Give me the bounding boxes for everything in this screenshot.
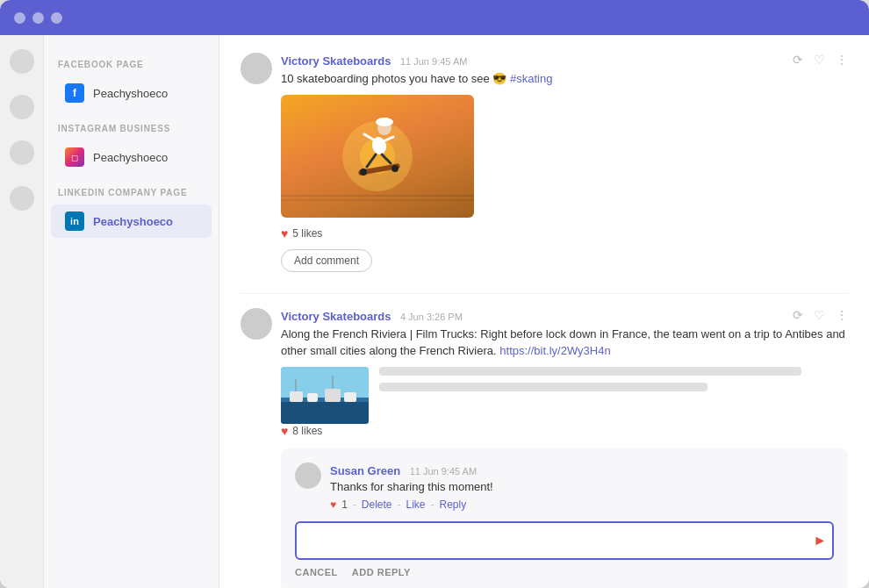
post-time-1: 11 Jun 9:45 AM xyxy=(400,56,467,67)
sidebar-section-facebook: Facebook Page xyxy=(44,60,219,76)
retweet-icon-2[interactable]: ⟳ xyxy=(793,308,803,322)
post-actions-top-1: ⟳ ♡ ⋮ xyxy=(793,53,848,67)
rail-icon-1[interactable] xyxy=(10,49,34,74)
svg-point-13 xyxy=(391,165,399,172)
cancel-button[interactable]: CANCEL xyxy=(295,567,338,577)
comment-delete-link[interactable]: Delete xyxy=(362,498,392,511)
post-card-1: Victory Skateboards 11 Jun 9:45 AM 10 sk… xyxy=(241,53,848,272)
main-content: Victory Skateboards 11 Jun 9:45 AM 10 sk… xyxy=(219,35,869,588)
post-header-1: Victory Skateboards 11 Jun 9:45 AM 10 sk… xyxy=(241,53,848,88)
traffic-light-close[interactable] xyxy=(14,12,25,24)
sidebar-item-label-ig: Peachyshoeco xyxy=(93,151,168,164)
comment-likes-count: 1 xyxy=(341,498,348,511)
traffic-light-minimize[interactable] xyxy=(32,12,44,24)
comment-meta: Susan Green 11 Jun 9:45 AM Thanks for sh… xyxy=(330,463,493,511)
post-author-2: Victory Skateboards xyxy=(281,310,391,323)
post-likes-2: ♥ 8 likes xyxy=(281,424,848,438)
reply-input[interactable] xyxy=(295,521,834,560)
skater-svg xyxy=(281,95,474,218)
comment-avatar xyxy=(295,463,321,489)
comment-author: Susan Green xyxy=(330,464,400,477)
like-icon-1[interactable]: ♡ xyxy=(814,53,825,67)
post-text-2: Along the French Riviera | Film Trucks: … xyxy=(281,326,848,360)
retweet-icon-1[interactable]: ⟳ xyxy=(793,53,803,67)
text-line-1 xyxy=(379,367,801,376)
post-card-2: Victory Skateboards 4 Jun 3:26 PM Along … xyxy=(241,308,848,589)
sidebar-section-instagram: Instagram Business xyxy=(44,124,219,140)
sidebar-item-li-peachyshoeco[interactable]: in Peachyshoeco xyxy=(51,204,212,238)
post-header-2: Victory Skateboards 4 Jun 3:26 PM Along … xyxy=(241,308,848,360)
svg-point-6 xyxy=(376,118,393,126)
sidebar-item-label-li: Peachyshoeco xyxy=(93,215,173,228)
text-line-2 xyxy=(379,383,707,391)
svg-rect-18 xyxy=(307,393,318,402)
send-arrow-icon[interactable]: ► xyxy=(813,533,827,549)
comment-text: Thanks for sharing this moment! xyxy=(330,480,493,493)
heart-icon-2: ♥ xyxy=(281,424,288,438)
comment-header: Susan Green 11 Jun 9:45 AM Thanks for sh… xyxy=(295,463,834,511)
likes-count-2: 8 likes xyxy=(292,425,322,437)
comment-heart-icon: ♥ xyxy=(330,498,336,511)
sidebar: Facebook Page f Peachyshoeco Instagram B… xyxy=(44,35,219,588)
rail-icon-3[interactable] xyxy=(10,140,34,165)
svg-rect-17 xyxy=(290,391,303,402)
post-image-container-1 xyxy=(281,95,848,218)
marina-svg xyxy=(281,367,369,424)
more-icon-2[interactable]: ⋮ xyxy=(836,308,848,322)
instagram-icon: ◻ xyxy=(65,147,84,167)
post-hashtag-1[interactable]: #skating xyxy=(510,72,552,85)
traffic-lights xyxy=(14,12,62,24)
titlebar xyxy=(0,0,869,35)
linkedin-icon: in xyxy=(65,212,84,231)
divider-1 xyxy=(241,293,848,294)
svg-rect-16 xyxy=(281,402,369,424)
svg-rect-19 xyxy=(325,389,341,402)
post-link-2[interactable]: https://bit.ly/2Wy3H4n xyxy=(499,344,610,357)
sidebar-item-fb-peachyshoeco[interactable]: f Peachyshoeco xyxy=(51,76,212,110)
traffic-light-maximize[interactable] xyxy=(51,12,62,24)
link-text-lines xyxy=(379,367,848,391)
comment-section: Susan Green 11 Jun 9:45 AM Thanks for sh… xyxy=(281,448,848,589)
post-likes-1: ♥ 5 likes xyxy=(281,226,848,240)
post-image-marina xyxy=(281,367,369,424)
post-meta-1: Victory Skateboards 11 Jun 9:45 AM 10 sk… xyxy=(281,53,848,88)
post-time-2: 4 Jun 3:26 PM xyxy=(400,312,463,322)
sidebar-section-linkedin: LinkedIn Company Page xyxy=(44,188,219,204)
more-icon-1[interactable]: ⋮ xyxy=(836,53,848,67)
post-text-1: 10 skateboarding photos you have to see … xyxy=(281,70,848,88)
rail-icon-4[interactable] xyxy=(10,186,34,211)
post-actions-top-2: ⟳ ♡ ⋮ xyxy=(793,308,848,322)
likes-count-1: 5 likes xyxy=(292,227,322,240)
svg-rect-20 xyxy=(344,392,356,402)
post-image-skate xyxy=(281,95,474,218)
avatar-2 xyxy=(241,308,272,340)
post-author-1: Victory Skateboards xyxy=(281,54,391,68)
facebook-icon: f xyxy=(65,83,84,103)
sidebar-item-label: Peachyshoeco xyxy=(93,87,168,100)
reply-footer: CANCEL ADD REPLY xyxy=(295,567,834,577)
like-icon-2[interactable]: ♡ xyxy=(814,308,825,322)
comment-time: 11 Jun 9:45 AM xyxy=(410,466,477,477)
heart-icon-1: ♥ xyxy=(281,226,288,240)
reply-input-area: ► xyxy=(295,521,834,560)
left-rail xyxy=(0,35,44,588)
comment-actions: ♥ 1 - Delete - Like - Reply xyxy=(330,498,493,511)
app-window: Facebook Page f Peachyshoeco Instagram B… xyxy=(0,0,869,588)
sidebar-item-ig-peachyshoeco[interactable]: ◻ Peachyshoeco xyxy=(51,140,212,174)
avatar-1 xyxy=(241,53,272,84)
svg-point-12 xyxy=(360,169,367,176)
comment-like-link[interactable]: Like xyxy=(406,498,426,511)
post-meta-2: Victory Skateboards 4 Jun 3:26 PM Along … xyxy=(281,308,848,360)
comment-reply-link[interactable]: Reply xyxy=(440,498,467,511)
rail-icon-2[interactable] xyxy=(10,95,34,119)
add-reply-button[interactable]: ADD REPLY xyxy=(352,567,411,577)
post-link-preview-2 xyxy=(281,367,848,424)
app-body: Facebook Page f Peachyshoeco Instagram B… xyxy=(0,35,869,588)
add-comment-button-1[interactable]: Add comment xyxy=(281,249,372,272)
